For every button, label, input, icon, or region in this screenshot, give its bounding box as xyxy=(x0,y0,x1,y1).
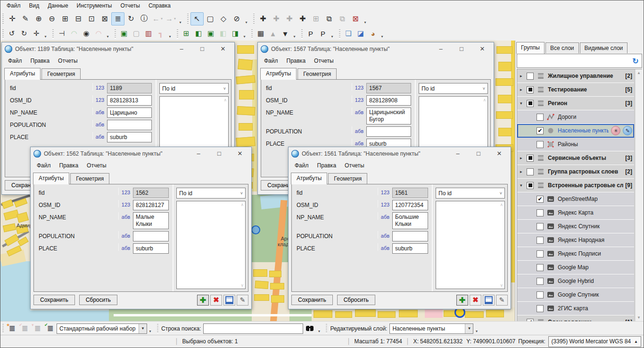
geometry-delete-part-tool[interactable]: ▢ xyxy=(130,27,142,40)
add-line-object-tool[interactable]: ✚ xyxy=(270,12,283,25)
filter-combobox[interactable]: По id˅ xyxy=(176,188,246,199)
layer-style-button[interactable]: ✳ xyxy=(611,126,620,135)
maximize-button[interactable]: □ xyxy=(468,148,489,159)
window-titlebar[interactable]: Объект: 1562 Таблица: "Населенные пункты… xyxy=(31,147,251,160)
related-objects-list[interactable]: ∧∨ xyxy=(436,201,505,289)
field-value-fid[interactable]: 1567 xyxy=(366,83,411,93)
minimize-button[interactable]: – xyxy=(430,43,451,55)
zoom-extent-tool[interactable]: ⊡ xyxy=(85,12,98,25)
field-value-population[interactable] xyxy=(392,231,428,241)
layer-tree-row[interactable]: 2ГИС карта xyxy=(517,302,634,315)
layer-tree-row[interactable]: Google Спутник xyxy=(517,288,634,302)
paste-geometry-tool[interactable]: ⊞ xyxy=(309,12,322,25)
save-button[interactable]: Сохранить xyxy=(291,295,333,305)
layer-tree-row[interactable]: OpenStreetMap xyxy=(517,192,634,206)
maximize-button[interactable]: □ xyxy=(192,43,213,55)
map-search-input[interactable] xyxy=(203,323,303,334)
workset-selector[interactable]: Стандартный рабочий набор▼ xyxy=(57,323,147,334)
layer-checkbox-unchecked[interactable] xyxy=(537,278,544,285)
field-value-place[interactable]: suburb xyxy=(107,132,152,142)
tab-attributes[interactable]: Атрибуты xyxy=(4,68,41,80)
workset-save-button[interactable]: ≣✔ xyxy=(18,323,31,334)
delete-record-button[interactable]: ✖ xyxy=(470,295,481,306)
field-value-population[interactable] xyxy=(366,126,411,137)
layer-checkbox-unchecked[interactable] xyxy=(537,223,544,230)
search-binoculars-button[interactable] xyxy=(304,323,316,334)
layer-checkbox-partial[interactable] xyxy=(527,155,534,162)
delete-vertex-tool[interactable]: ◠ xyxy=(92,27,105,40)
layer-tree-row[interactable]: Яндекс Народная xyxy=(517,233,634,247)
toolbar-grip[interactable] xyxy=(114,29,116,39)
layer-checkbox-unchecked[interactable] xyxy=(537,114,544,121)
tab-geometry[interactable]: Геометрия xyxy=(70,173,109,184)
reset-button[interactable]: Сбросить xyxy=(337,295,375,305)
tab-attributes[interactable]: Атрибуты xyxy=(291,173,327,184)
menu-help[interactable]: Справка xyxy=(144,1,175,10)
nav-back-button[interactable]: ←▾ xyxy=(151,12,164,25)
close-button[interactable]: ✕ xyxy=(213,43,233,55)
layer-checkbox-unchecked[interactable] xyxy=(537,209,544,216)
map-info-tool[interactable]: ⓘ xyxy=(138,12,151,25)
menu-file[interactable]: Файл xyxy=(4,56,26,66)
undo-edit-tool[interactable]: ↺ xyxy=(6,27,18,40)
toolbar-grip[interactable] xyxy=(157,323,159,333)
close-button[interactable]: ✕ xyxy=(230,148,250,159)
zoom-to-selection-tool[interactable]: ⊠ xyxy=(98,12,111,25)
measure-tool[interactable]: ✎ xyxy=(19,12,32,25)
polygon-intersect-tool[interactable]: ▣ xyxy=(205,27,217,40)
geometry-merge-tool[interactable]: ┓ xyxy=(155,27,167,40)
menu-reports[interactable]: Отчеты xyxy=(54,56,82,66)
topology-edge-tool[interactable]: P xyxy=(317,27,329,40)
select-rectangle-tool[interactable]: ▢ xyxy=(204,12,217,25)
toolbar-overflow-icon[interactable]: ▾ xyxy=(244,20,249,25)
menu-edit[interactable]: Правка xyxy=(55,161,83,170)
field-value-osm_id[interactable]: 828128313 xyxy=(107,95,152,106)
report-notebook-tool[interactable]: ❏ xyxy=(342,27,355,40)
toolbar-grip[interactable] xyxy=(301,29,303,39)
tab-visible-layers[interactable]: Видимые слои xyxy=(580,42,628,53)
field-value-np_name[interactable]: Царицынский Бугор xyxy=(366,108,411,124)
menu-file[interactable]: Файл xyxy=(33,161,55,170)
layer-tree-row[interactable]: Яндекс Спутник xyxy=(517,220,634,233)
toolbar-overflow-icon[interactable]: ▾ xyxy=(474,329,479,333)
refresh-layers-icon[interactable]: ↻ xyxy=(629,57,642,66)
editable-layer-selector[interactable]: Населенные пункты▼ xyxy=(389,323,473,334)
toolbar-overflow-icon[interactable]: ▾ xyxy=(330,34,335,39)
layer-checkbox-unchecked[interactable] xyxy=(537,250,544,257)
select-polygon-tool[interactable]: ◇ xyxy=(217,12,230,25)
add-record-button[interactable]: ✚ xyxy=(197,295,209,306)
minimize-button[interactable]: – xyxy=(171,43,192,55)
workset-favorite-button[interactable]: ≣★ xyxy=(6,323,18,334)
filter-combobox[interactable]: По id˅ xyxy=(159,83,229,94)
workset-apply-button[interactable]: ≣✔ xyxy=(44,323,57,334)
layers-visibility-tool[interactable]: ≣ xyxy=(111,12,124,25)
menu-edit[interactable]: Правка xyxy=(282,56,310,66)
layer-checkbox-checked[interactable] xyxy=(537,127,544,134)
layer-checkbox-partial[interactable] xyxy=(527,100,534,107)
select-cursor-tool[interactable]: ↖ xyxy=(190,12,204,25)
menu-file[interactable]: Файл xyxy=(2,1,25,10)
layer-tree-row[interactable]: ▸Тестирование[5] xyxy=(517,83,634,97)
style-editor-tool[interactable]: ◕ xyxy=(367,27,379,40)
clear-selection-tool[interactable]: ⊘ xyxy=(230,12,243,25)
add-record-button[interactable]: ✚ xyxy=(456,295,468,306)
geometry-split-tool[interactable]: ▥ xyxy=(142,27,155,40)
snap-edge-tool[interactable]: ⊣ xyxy=(56,27,68,40)
delete-record-button[interactable]: ✖ xyxy=(210,295,222,306)
menu-file[interactable]: Файл xyxy=(260,56,282,66)
zoom-in-tool[interactable]: ⊕ xyxy=(32,12,45,25)
layer-checkbox-checked[interactable] xyxy=(537,196,544,203)
toolbar-overflow-icon[interactable]: ▾ xyxy=(178,20,183,25)
tab-groups[interactable]: Группы xyxy=(516,42,545,54)
toolbar-overflow-icon[interactable]: ▾ xyxy=(316,329,322,333)
topology-node-tool[interactable]: P xyxy=(305,27,317,40)
field-value-np_name[interactable]: Малые Клыки xyxy=(133,212,169,229)
filter-combobox[interactable]: По id˅ xyxy=(436,188,505,199)
copy-object-tool[interactable]: ⧉ xyxy=(322,12,336,25)
zoom-in-window-tool[interactable]: ⊞ xyxy=(58,12,72,25)
layer-checkbox-unchecked[interactable] xyxy=(537,291,544,298)
menu-tools[interactable]: Инструменты xyxy=(73,1,116,10)
field-value-osm_id[interactable]: 828128127 xyxy=(133,200,169,210)
add-vertex-tool[interactable]: ◠ xyxy=(68,27,80,40)
tab-attributes[interactable]: Атрибуты xyxy=(33,173,69,184)
